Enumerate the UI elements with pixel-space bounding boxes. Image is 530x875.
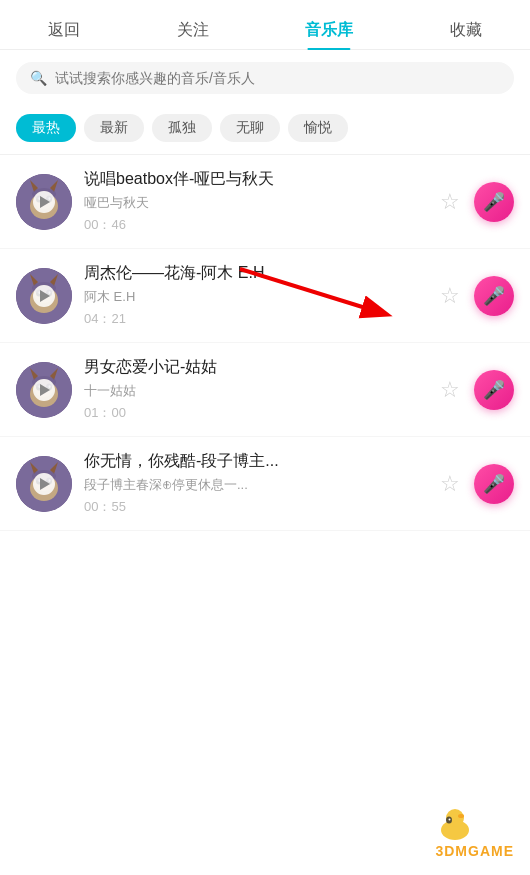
play-button-2[interactable] (33, 285, 55, 307)
tag-hottest[interactable]: 最热 (16, 114, 76, 142)
mic-icon-4: 🎤 (483, 473, 505, 495)
mic-button-4[interactable]: 🎤 (474, 464, 514, 504)
star-button-3[interactable]: ☆ (436, 376, 464, 404)
song-item-3: 男女恋爱小记-姑姑 十一姑姑 01：00 ☆ 🎤 (0, 343, 530, 437)
song-item-2: 周杰伦——花海-阿木 E.H 阿木 E.H 04：21 ☆ 🎤 (0, 249, 530, 343)
avatar-3[interactable] (16, 362, 72, 418)
mic-icon-1: 🎤 (483, 191, 505, 213)
song-artist-1: 哑巴与秋天 (84, 194, 424, 212)
song-info-1: 说唱beatbox伴-哑巴与秋天 哑巴与秋天 00：46 (84, 169, 424, 234)
mic-icon-2: 🎤 (483, 285, 505, 307)
svg-point-53 (446, 817, 452, 824)
nav-favorites[interactable]: 收藏 (438, 12, 494, 49)
song-list: 说唱beatbox伴-哑巴与秋天 哑巴与秋天 00：46 ☆ 🎤 (0, 155, 530, 531)
star-button-1[interactable]: ☆ (436, 188, 464, 216)
song-title-3: 男女恋爱小记-姑姑 (84, 357, 424, 378)
song-info-3: 男女恋爱小记-姑姑 十一姑姑 01：00 (84, 357, 424, 422)
avatar-2[interactable] (16, 268, 72, 324)
song-actions-2: ☆ 🎤 (436, 276, 514, 316)
play-button-4[interactable] (33, 473, 55, 495)
star-button-2[interactable]: ☆ (436, 282, 464, 310)
nav-follow[interactable]: 关注 (165, 12, 221, 49)
tag-latest[interactable]: 最新 (84, 114, 144, 142)
star-icon-1: ☆ (440, 189, 460, 215)
song-actions-1: ☆ 🎤 (436, 182, 514, 222)
song-artist-2: 阿木 E.H (84, 288, 424, 306)
svg-point-50 (441, 820, 469, 840)
back-button[interactable]: 返回 (36, 12, 92, 49)
search-input[interactable] (55, 70, 500, 86)
song-duration-4: 00：55 (84, 498, 424, 516)
svg-point-54 (449, 819, 451, 821)
avatar-1[interactable] (16, 174, 72, 230)
song-title-1: 说唱beatbox伴-哑巴与秋天 (84, 169, 424, 190)
song-artist-3: 十一姑姑 (84, 382, 424, 400)
duck-decoration (435, 806, 475, 845)
search-bar: 🔍 (16, 62, 514, 94)
mic-icon-3: 🎤 (483, 379, 505, 401)
song-actions-3: ☆ 🎤 (436, 370, 514, 410)
song-duration-2: 04：21 (84, 310, 424, 328)
tag-bored[interactable]: 无聊 (220, 114, 280, 142)
song-title-2: 周杰伦——花海-阿木 E.H (84, 263, 424, 284)
avatar-4[interactable] (16, 456, 72, 512)
song-info-4: 你无情，你残酷-段子博主... 段子博主春深⊕停更休息一... 00：55 (84, 451, 424, 516)
mic-button-2[interactable]: 🎤 (474, 276, 514, 316)
star-icon-3: ☆ (440, 377, 460, 403)
mic-button-3[interactable]: 🎤 (474, 370, 514, 410)
tag-lonely[interactable]: 孤独 (152, 114, 212, 142)
song-duration-3: 01：00 (84, 404, 424, 422)
watermark: 3DMGAME (435, 843, 514, 859)
top-nav: 返回 关注 音乐库 收藏 (0, 0, 530, 50)
svg-point-51 (446, 809, 464, 827)
nav-music-lib[interactable]: 音乐库 (293, 12, 365, 49)
mic-button-1[interactable]: 🎤 (474, 182, 514, 222)
star-button-4[interactable]: ☆ (436, 470, 464, 498)
song-item-4: 你无情，你残酷-段子博主... 段子博主春深⊕停更休息一... 00：55 ☆ … (0, 437, 530, 531)
star-icon-2: ☆ (440, 283, 460, 309)
song-item-1: 说唱beatbox伴-哑巴与秋天 哑巴与秋天 00：46 ☆ 🎤 (0, 155, 530, 249)
svg-point-52 (458, 814, 464, 818)
star-icon-4: ☆ (440, 471, 460, 497)
play-button-1[interactable] (33, 191, 55, 213)
song-artist-4: 段子博主春深⊕停更休息一... (84, 476, 424, 494)
song-actions-4: ☆ 🎤 (436, 464, 514, 504)
song-info-2: 周杰伦——花海-阿木 E.H 阿木 E.H 04：21 (84, 263, 424, 328)
play-button-3[interactable] (33, 379, 55, 401)
filter-tags: 最热 最新 孤独 无聊 愉悦 (0, 106, 530, 155)
tag-happy[interactable]: 愉悦 (288, 114, 348, 142)
song-title-4: 你无情，你残酷-段子博主... (84, 451, 424, 472)
song-duration-1: 00：46 (84, 216, 424, 234)
search-icon: 🔍 (30, 70, 47, 86)
